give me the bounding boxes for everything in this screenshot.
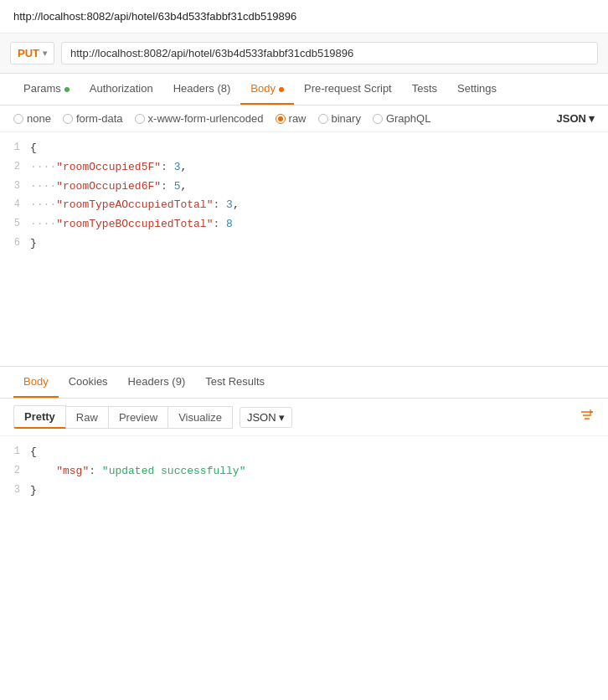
code-line-1: 1 { [0,139,608,158]
top-url-text: http://localhost:8082/api/hotel/63b4d533… [13,10,296,23]
radio-none[interactable]: none [13,112,51,125]
tab-headers[interactable]: Headers (8) [163,74,241,105]
code-line-2: 2 ····"roomOccupied5F": 3, [0,158,608,178]
radio-binary[interactable]: binary [318,112,361,125]
code-line-5: 5 ····"roomTypeBOccupiedTotal": 8 [0,215,608,234]
format-btn-pretty[interactable]: Pretty [13,405,66,429]
radio-dot-urlencoded [135,114,145,124]
tab-authorization[interactable]: Authorization [80,74,163,105]
response-tab-headers[interactable]: Headers (9) [118,367,196,398]
tab-settings[interactable]: Settings [447,74,507,105]
format-btn-visualize[interactable]: Visualize [168,406,233,429]
filter-icon[interactable] [580,408,595,426]
response-tab-test-results[interactable]: Test Results [195,367,275,398]
radio-urlencoded[interactable]: x-www-form-urlencoded [135,112,264,125]
resp-code-line-3: 3 } [0,481,608,501]
code-line-3: 3 ····"roomOccupied6F": 5, [0,178,608,197]
tab-pre-request[interactable]: Pre-request Script [294,74,402,105]
url-input[interactable] [61,42,598,64]
radio-graphql[interactable]: GraphQL [373,112,430,125]
request-bar: PUT ▾ [0,33,608,74]
json-format-select[interactable]: JSON ▾ [557,112,595,125]
response-tab-body[interactable]: Body [13,367,59,398]
tab-tests[interactable]: Tests [402,74,447,105]
chevron-down-icon: ▾ [43,49,47,58]
resp-code-line-1: 1 { [0,443,608,462]
radio-dot-graphql [373,114,383,124]
request-tabs-bar: Params Authorization Headers (8) Body Pr… [0,74,608,106]
format-btn-raw[interactable]: Raw [66,406,109,429]
radio-dot-none [13,114,23,124]
response-section: Body Cookies Headers (9) Test Results Pr… [0,367,608,507]
response-code-editor: 1 { 2 "msg": "updated successfully" 3 } [0,436,608,507]
body-type-bar: none form-data x-www-form-urlencoded raw… [0,106,608,132]
format-chevron-icon: ▾ [589,112,595,125]
tab-params[interactable]: Params [13,74,80,105]
radio-form-data[interactable]: form-data [63,112,123,125]
tab-body[interactable]: Body [240,74,294,105]
radio-raw[interactable]: raw [276,112,307,125]
radio-dot-form-data [63,114,73,124]
radio-dot-raw [276,114,286,124]
method-label: PUT [18,47,39,59]
response-tabs-bar: Body Cookies Headers (9) Test Results [0,367,608,399]
resp-code-line-2: 2 "msg": "updated successfully" [0,462,608,481]
format-btn-preview[interactable]: Preview [109,406,168,429]
method-select[interactable]: PUT ▾ [10,42,54,64]
body-dot [279,87,284,92]
request-body-editor[interactable]: 1 { 2 ····"roomOccupied5F": 3, 3 ····"ro… [0,132,608,367]
code-line-4: 4 ····"roomTypeAOccupiedTotal": 3, [0,196,608,215]
code-line-6: 6 } [0,234,608,254]
response-json-format-select[interactable]: JSON ▾ [240,407,292,428]
top-url-bar: http://localhost:8082/api/hotel/63b4d533… [0,0,608,33]
response-tab-cookies[interactable]: Cookies [59,367,118,398]
response-format-bar: Pretty Raw Preview Visualize JSON ▾ [0,399,608,436]
params-dot [64,87,70,92]
response-format-chevron-icon: ▾ [279,411,285,424]
radio-dot-binary [318,114,328,124]
